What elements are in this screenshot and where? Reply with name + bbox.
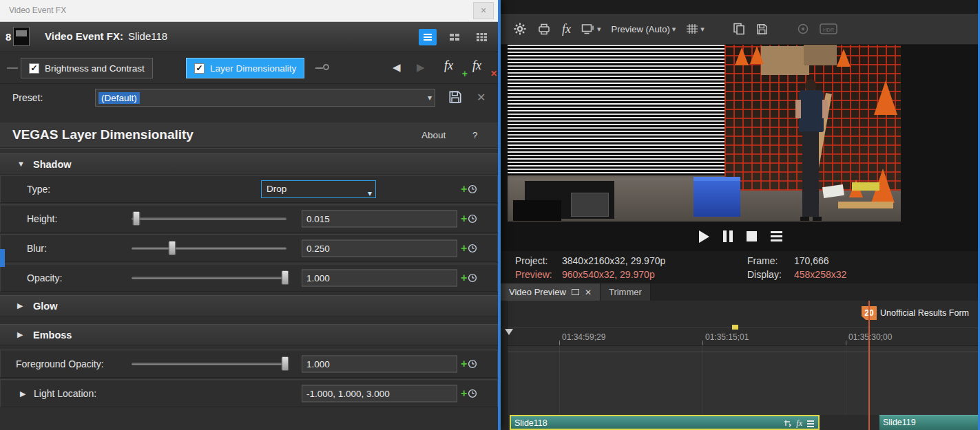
chain-plugin-layer-dimensionality[interactable]: ✓ Layer Dimensionality	[186, 58, 304, 78]
animate-toggle[interactable]: +	[461, 214, 477, 224]
divider	[0, 148, 498, 153]
section-emboss-header[interactable]: ▶ Emboss	[0, 324, 498, 345]
blur-label: Blur:	[27, 243, 47, 254]
marker-lane[interactable]: 20 Unofficial Results Form	[508, 301, 980, 327]
foreground-opacity-slider-track[interactable]	[132, 363, 286, 365]
height-slider-handle[interactable]	[132, 211, 140, 226]
opacity-slider-handle[interactable]	[281, 270, 289, 285]
scrub-control-button[interactable]	[797, 23, 809, 35]
opacity-slider-track[interactable]	[132, 277, 286, 279]
blur-slider-handle[interactable]	[168, 241, 176, 255]
timeline-event-slide118[interactable]: Slide118 fx	[510, 415, 820, 430]
save-preset-button[interactable]	[448, 89, 463, 107]
plus-icon: +	[461, 185, 467, 193]
next-plugin-button[interactable]: ▶	[417, 61, 425, 74]
chain-plugin-brightness-contrast[interactable]: ✓ Brightness and Contrast	[21, 58, 153, 78]
dialog-titlebar[interactable]: Video Event FX ✕	[0, 0, 498, 22]
clip-lane: Slide118 fx Slide119	[508, 415, 980, 430]
preset-dropdown[interactable]: (Default) ▾	[95, 89, 435, 107]
plus-icon: +	[461, 215, 467, 223]
foreground-opacity-value-field[interactable]: 1.000	[302, 355, 457, 372]
delete-preset-button[interactable]: ✕	[477, 91, 486, 104]
transport-menu-button[interactable]	[771, 231, 782, 241]
event-pan-crop-icon[interactable]	[784, 420, 791, 427]
timeline-event-slide119[interactable]: Slide119	[879, 415, 980, 430]
properties-gear-button[interactable]	[513, 22, 527, 36]
overlay-grid-button[interactable]: ▾	[686, 23, 705, 34]
preview-quality-dropdown[interactable]: Preview (Auto) ▾	[612, 24, 676, 34]
animate-toggle[interactable]: +	[461, 273, 477, 283]
chevron-down-icon: ▾	[672, 25, 676, 34]
save-snapshot-button[interactable]	[755, 23, 769, 36]
traffic-cone	[735, 47, 749, 65]
timeline-ruler[interactable]: 01:34:59;29 01:35:15;01 01:35:30;00	[508, 327, 980, 346]
foreground-opacity-slider-handle[interactable]	[281, 356, 289, 371]
section-glow-label: Glow	[33, 301, 57, 312]
event-menu-icon[interactable]	[807, 420, 814, 427]
view-list-button[interactable]	[419, 29, 437, 45]
pause-button[interactable]	[723, 230, 733, 242]
opacity-value-field[interactable]: 1.000	[302, 269, 457, 286]
float-window-icon[interactable]	[572, 289, 579, 295]
shadow-type-dropdown[interactable]: Drop ▾	[261, 180, 376, 198]
copy-snapshot-button[interactable]	[733, 23, 745, 35]
animate-toggle[interactable]: +	[461, 184, 477, 194]
stop-button[interactable]	[747, 231, 757, 241]
triangle-collapsed-icon[interactable]: ▶	[17, 330, 23, 339]
loop-point-marker[interactable]	[732, 325, 738, 330]
remove-x-icon: ✕	[490, 69, 497, 78]
triangle-expanded-icon[interactable]: ▼	[17, 160, 25, 168]
external-monitor-button[interactable]	[537, 23, 552, 36]
height-value-field[interactable]: 0.015	[302, 210, 457, 227]
remove-plugin-button[interactable]: fx ✕	[472, 58, 496, 78]
dialog-close-button[interactable]: ✕	[473, 2, 494, 19]
checkbox-checked[interactable]: ✓	[194, 63, 205, 74]
triangle-collapsed-icon[interactable]: ▶	[20, 389, 25, 398]
add-plugin-button[interactable]: fx +	[444, 58, 468, 78]
transport-controls	[501, 222, 980, 251]
list-view-icon	[423, 33, 432, 41]
video-preview-canvas[interactable]	[501, 45, 980, 222]
clock-icon	[468, 244, 477, 253]
animate-toggle[interactable]: +	[461, 244, 477, 253]
dialog-header: 8 Video Event FX:Slide118	[0, 22, 498, 52]
section-shadow-header[interactable]: ▼ Shadow	[0, 153, 498, 175]
event-fx-icon[interactable]: fx	[796, 418, 802, 429]
traffic-cone	[837, 49, 851, 67]
height-label: Height:	[27, 213, 57, 224]
chain-connector	[7, 67, 18, 69]
section-glow-header[interactable]: ▶ Glow	[0, 295, 498, 316]
edit-cursor-marker[interactable]	[505, 329, 513, 335]
play-button[interactable]	[699, 230, 709, 243]
triangle-collapsed-icon[interactable]: ▶	[17, 301, 23, 310]
chevron-down-icon[interactable]: ▾	[428, 93, 432, 103]
preview-device-button[interactable]: ▾	[581, 23, 601, 35]
chain-connector	[315, 67, 323, 69]
video-output-fx-button[interactable]: fx	[562, 22, 571, 36]
tab-trimmer[interactable]: Trimmer	[601, 283, 651, 301]
chain-end-node	[323, 64, 329, 70]
animate-toggle[interactable]: +	[461, 359, 477, 369]
height-slider-track[interactable]	[132, 217, 286, 219]
previous-plugin-button[interactable]: ◀	[393, 61, 401, 74]
video-static-glitch	[508, 45, 724, 175]
track-area[interactable]: Slide118 fx Slide119	[508, 346, 980, 430]
blur-slider-track[interactable]	[132, 247, 286, 249]
close-icon[interactable]: ✕	[585, 288, 592, 297]
hdr-toggle-button[interactable]: HDR	[820, 23, 837, 36]
view-grid-3-button[interactable]	[472, 29, 490, 45]
fx-icon: fx	[472, 58, 481, 72]
checkbox-checked[interactable]: ✓	[29, 63, 39, 74]
tab-video-preview[interactable]: Video Preview ✕	[501, 283, 601, 301]
animate-toggle[interactable]: +	[461, 389, 477, 398]
blue-bin	[694, 177, 740, 217]
plugin-chip-label: Brightness and Contrast	[45, 63, 145, 74]
display-label: Display:	[747, 269, 794, 280]
chevron-down-icon[interactable]: ▾	[368, 185, 372, 202]
help-link[interactable]: ?	[472, 130, 478, 140]
blur-value-field[interactable]: 0.250	[302, 239, 457, 257]
light-location-value-field[interactable]: -1.000, 1.000, 3.000	[302, 385, 457, 402]
about-link[interactable]: About	[421, 130, 446, 140]
view-grid-2-button[interactable]	[446, 29, 463, 45]
opacity-label: Opacity:	[27, 272, 62, 283]
